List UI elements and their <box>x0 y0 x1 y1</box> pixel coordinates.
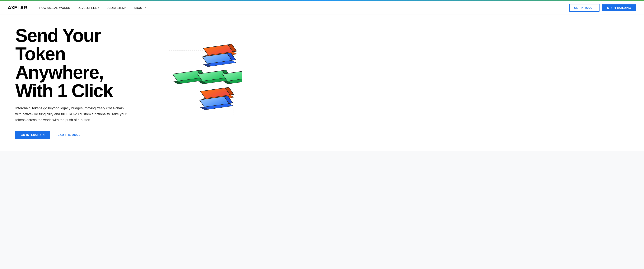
hero-title: Send Your Token Anywhere, With 1 Click <box>15 26 142 100</box>
chevron-down-icon: ▾ <box>126 7 126 9</box>
nav-ecosystem[interactable]: ECOSYSTEM ▾ <box>104 4 130 11</box>
chevron-down-icon: ▾ <box>145 7 146 9</box>
hero-section: Send Your Token Anywhere, With 1 Click I… <box>0 15 644 150</box>
hero-content: Send Your Token Anywhere, With 1 Click I… <box>15 26 150 139</box>
chevron-down-icon: ▾ <box>98 7 99 9</box>
logo[interactable]: AXELAR <box>8 5 27 11</box>
navbar-actions: GET IN TOUCH START BUILDING <box>569 4 636 12</box>
nav-developers[interactable]: DEVELOPERS ▾ <box>74 4 102 11</box>
logo-text: AXELAR <box>8 5 27 11</box>
go-interchain-button[interactable]: GO INTERCHAIN <box>15 131 50 139</box>
hero-buttons: GO INTERCHAIN READ THE DOCS <box>15 131 142 139</box>
start-building-button[interactable]: START BUILDING <box>602 4 636 11</box>
hero-visual <box>150 40 246 125</box>
nav-links: HOW AXELAR WORKS DEVELOPERS ▾ ECOSYSTEM … <box>36 4 569 11</box>
nav-how-axelar-works[interactable]: HOW AXELAR WORKS <box>36 4 73 11</box>
get-in-touch-button[interactable]: GET IN TOUCH <box>569 4 600 12</box>
hero-subtitle: Interchain Tokens go beyond legacy bridg… <box>15 105 130 123</box>
navbar: AXELAR HOW AXELAR WORKS DEVELOPERS ▾ ECO… <box>0 1 644 15</box>
read-the-docs-link[interactable]: READ THE DOCS <box>56 133 80 136</box>
blocks-illustration <box>154 42 242 123</box>
nav-about[interactable]: ABOUT ▾ <box>131 4 149 11</box>
